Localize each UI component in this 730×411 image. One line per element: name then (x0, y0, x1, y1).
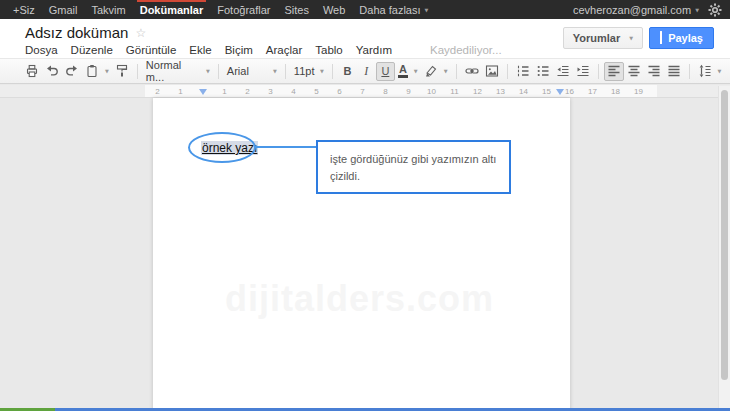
toolbar-separator (332, 64, 333, 79)
document-page[interactable]: örnek yazı işte gördüğünüz gibi yazımızı… (153, 98, 570, 411)
topnav-item-siz[interactable]: +Siz (6, 0, 42, 19)
topnav-item-sites[interactable]: Sites (277, 0, 315, 19)
menu-goruntule[interactable]: Görüntüle (126, 44, 177, 56)
font-value: Arial (227, 65, 249, 77)
menu-dosya[interactable]: Dosya (25, 44, 58, 56)
ruler-number: 14 (512, 87, 535, 96)
chevron-down-icon: ▼ (105, 68, 109, 74)
toolbar-separator (598, 64, 599, 79)
header-buttons: Yorumlar ▼ Paylaş (563, 27, 714, 49)
chevron-down-icon: ▼ (273, 68, 277, 74)
ruler-number: 9 (397, 87, 420, 96)
star-icon[interactable]: ☆ (135, 26, 146, 40)
web-clipboard-icon[interactable]: ▼ (82, 62, 112, 81)
scrollbar-thumb[interactable] (721, 90, 728, 380)
redo-icon[interactable] (62, 62, 82, 81)
comments-button-label: Yorumlar (573, 32, 620, 44)
ruler-number: 4 (282, 87, 305, 96)
account-email: cevherozan@gmail.com (573, 4, 691, 16)
align-justify-icon[interactable] (664, 62, 684, 81)
ruler-number: 2 (236, 87, 259, 96)
vertical-scrollbar[interactable] (718, 86, 730, 408)
ruler-numbers: 12345678910111213141516171819 (213, 87, 650, 96)
align-right-icon[interactable] (644, 62, 664, 81)
document-area: örnek yazı işte gördüğünüz gibi yazımızı… (0, 98, 730, 411)
ruler-number: 12 (466, 87, 489, 96)
decrease-indent-icon[interactable] (553, 62, 573, 81)
toolbar-separator (218, 64, 219, 79)
topnav-more-label: Daha fazlası (359, 4, 420, 16)
align-left-icon[interactable] (604, 62, 624, 81)
chevron-down-icon: ▼ (718, 68, 722, 74)
paragraph-style-selector[interactable]: Normal m... ▼ (143, 62, 213, 81)
saving-status: Kaydediliyor... (430, 44, 502, 56)
highlight-color-button[interactable]: ▼ (421, 62, 451, 81)
text-color-swatch (398, 75, 408, 78)
numbered-list-icon[interactable] (513, 62, 533, 81)
topnav-item-fotograflar[interactable]: Fotoğraflar (210, 0, 277, 19)
menu-yardim[interactable]: Yardım (356, 44, 392, 56)
google-bar: +Siz Gmail Takvim Dokümanlar Fotoğraflar… (0, 0, 730, 19)
right-indent-marker[interactable] (556, 89, 564, 95)
annotation-callout-box: işte gördüğünüz gibi yazımızın altı çizi… (316, 140, 511, 194)
align-center-icon[interactable] (624, 62, 644, 81)
bold-button[interactable]: B (338, 62, 357, 81)
account-menu[interactable]: cevherozan@gmail.com ▼ (573, 4, 699, 16)
menu-ekle[interactable]: Ekle (189, 44, 211, 56)
share-button[interactable]: Paylaş (649, 27, 714, 49)
ruler-number: 11 (443, 87, 466, 96)
ruler-number: 19 (627, 87, 650, 96)
chevron-down-icon: ▼ (444, 68, 448, 74)
google-bar-right: cevherozan@gmail.com ▼ (573, 3, 722, 17)
ruler-number: 10 (420, 87, 443, 96)
bulleted-list-icon[interactable] (533, 62, 553, 81)
ruler-number: 17 (581, 87, 604, 96)
chevron-down-icon: ▼ (425, 7, 429, 13)
menu-duzenle[interactable]: Düzenle (71, 44, 113, 56)
increase-indent-icon[interactable] (573, 62, 593, 81)
lock-icon (660, 32, 662, 44)
document-title[interactable]: Adsız doküman (25, 24, 128, 41)
menu-araclar[interactable]: Araçlar (266, 44, 302, 56)
paragraph-style-value: Normal m... (146, 59, 202, 83)
gear-icon[interactable] (708, 3, 722, 17)
share-button-label: Paylaş (668, 32, 703, 44)
topnav-item-dokumanlar[interactable]: Dokümanlar (133, 0, 211, 19)
underline-button[interactable]: U (376, 62, 395, 81)
ruler-margin-numbers: 21 (146, 87, 192, 96)
comments-button[interactable]: Yorumlar ▼ (563, 27, 643, 49)
topnav-item-more[interactable]: Daha fazlası ▼ (352, 0, 435, 19)
menu-tablo[interactable]: Tablo (315, 44, 343, 56)
toolbar: ▼ Normal m... ▼ Arial ▼ 11pt ▼ B I U A ▼… (0, 58, 730, 84)
ruler-number: 3 (259, 87, 282, 96)
annotation-ellipse (188, 132, 256, 163)
topnav-item-gmail[interactable]: Gmail (42, 0, 85, 19)
chevron-down-icon: ▼ (206, 68, 210, 74)
topnav-item-web[interactable]: Web (316, 0, 352, 19)
ruler-number: 1 (213, 87, 236, 96)
annotation-connector-line (254, 146, 316, 148)
print-icon[interactable] (22, 62, 42, 81)
topnav-item-takvim[interactable]: Takvim (84, 0, 132, 19)
chevron-down-icon: ▼ (320, 68, 324, 74)
insert-image-icon[interactable] (482, 62, 502, 81)
annotation-callout-text: işte gördüğünüz gibi yazımızın altı çizi… (330, 153, 496, 182)
toolbar-separator (456, 64, 457, 79)
insert-link-icon[interactable] (462, 62, 482, 81)
toolbar-separator (137, 64, 138, 79)
ruler-number: 7 (351, 87, 374, 96)
font-size-selector[interactable]: 11pt ▼ (291, 62, 327, 81)
menu-bicim[interactable]: Biçim (225, 44, 253, 56)
undo-icon[interactable] (42, 62, 62, 81)
ruler-number: 6 (328, 87, 351, 96)
left-indent-marker[interactable] (199, 89, 207, 95)
ruler[interactable]: 21 12345678910111213141516171819 (0, 85, 730, 98)
line-spacing-icon[interactable]: ▼ (695, 62, 725, 81)
toolbar-separator (507, 64, 508, 79)
font-selector[interactable]: Arial ▼ (224, 62, 280, 81)
text-color-button[interactable]: A ▼ (395, 62, 421, 81)
paint-format-icon[interactable] (112, 62, 132, 81)
text-color-label: A (399, 65, 407, 74)
italic-button[interactable]: I (357, 62, 376, 81)
chevron-down-icon: ▼ (414, 68, 418, 74)
